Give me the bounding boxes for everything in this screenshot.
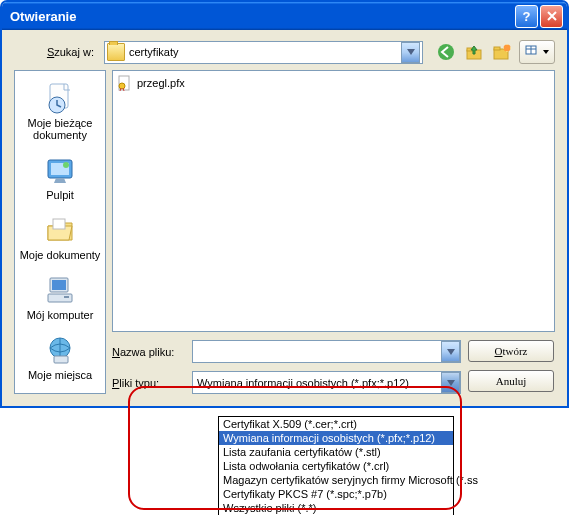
computer-icon: [43, 273, 77, 307]
svg-rect-20: [52, 280, 66, 290]
svg-point-17: [63, 162, 69, 168]
place-network[interactable]: Moje miejsca: [18, 329, 102, 387]
svg-rect-22: [64, 296, 69, 298]
new-folder-button[interactable]: [491, 41, 513, 63]
svg-rect-24: [54, 356, 68, 363]
lookin-combo[interactable]: certyfikaty: [104, 41, 423, 64]
lookin-value: certyfikaty: [129, 46, 401, 58]
place-desktop[interactable]: Pulpit: [18, 149, 102, 207]
help-button[interactable]: ?: [515, 5, 538, 28]
filetype-option[interactable]: Certyfikat X.509 (*.cer;*.crt): [219, 417, 453, 431]
file-list[interactable]: przegl.pfx: [112, 70, 555, 332]
filetype-combo[interactable]: Wymiana informacji osobistych (*.pfx;*.p…: [192, 371, 461, 394]
filetype-option[interactable]: Wymiana informacji osobistych (*.pfx;*.p…: [219, 431, 453, 445]
close-button[interactable]: [540, 5, 563, 28]
desktop-icon: [43, 153, 77, 187]
svg-point-0: [438, 44, 454, 60]
filetype-option[interactable]: Lista zaufania certyfikatów (*.stl): [219, 445, 453, 459]
svg-rect-4: [494, 47, 500, 50]
chevron-down-icon[interactable]: [441, 372, 460, 393]
file-name: przegl.pfx: [137, 77, 185, 89]
filetype-dropdown[interactable]: Certyfikat X.509 (*.cer;*.crt)Wymiana in…: [218, 416, 454, 515]
places-bar: Moje bieżące dokumenty Pulpit Moje dokum…: [14, 70, 106, 394]
filename-label: Nazwa pliku:: [112, 346, 192, 358]
filetype-option[interactable]: Wszystkie pliki (*.*): [219, 501, 453, 515]
svg-point-26: [119, 83, 125, 89]
filetype-option[interactable]: Certyfikaty PKCS #7 (*.spc;*.p7b): [219, 487, 453, 501]
recent-docs-icon: [43, 81, 77, 115]
filetype-option[interactable]: Lista odwołania certyfikatów (*.crl): [219, 459, 453, 473]
cert-file-icon: [117, 75, 133, 91]
titlebar[interactable]: Otwieranie ?: [2, 2, 567, 30]
place-mydocs[interactable]: Moje dokumenty: [18, 209, 102, 267]
file-item[interactable]: przegl.pfx: [117, 75, 550, 91]
chevron-down-icon[interactable]: [401, 42, 420, 63]
open-dialog-window: Otwieranie ? Szukaj w: certyfikaty: [0, 0, 569, 408]
place-mycomputer[interactable]: Mój komputer: [18, 269, 102, 327]
network-icon: [43, 333, 77, 367]
filetype-option[interactable]: Magazyn certyfikatów seryjnych firmy Mic…: [219, 473, 453, 487]
svg-rect-18: [53, 219, 65, 229]
open-button[interactable]: Otwórz: [468, 340, 554, 362]
svg-point-5: [504, 45, 511, 52]
folder-icon: [107, 43, 125, 61]
filename-input[interactable]: [192, 340, 461, 363]
mydocs-icon: [43, 213, 77, 247]
views-button[interactable]: [519, 40, 555, 64]
chevron-down-icon[interactable]: [441, 341, 460, 362]
back-button[interactable]: [435, 41, 457, 63]
lookin-label: Szukaj w:: [14, 46, 98, 58]
place-recent[interactable]: Moje bieżące dokumenty: [18, 77, 102, 147]
window-title: Otwieranie: [10, 9, 513, 24]
cancel-button[interactable]: Anuluj: [468, 370, 554, 392]
up-one-level-button[interactable]: [463, 41, 485, 63]
filetype-label: Pliki typu:: [112, 377, 192, 389]
